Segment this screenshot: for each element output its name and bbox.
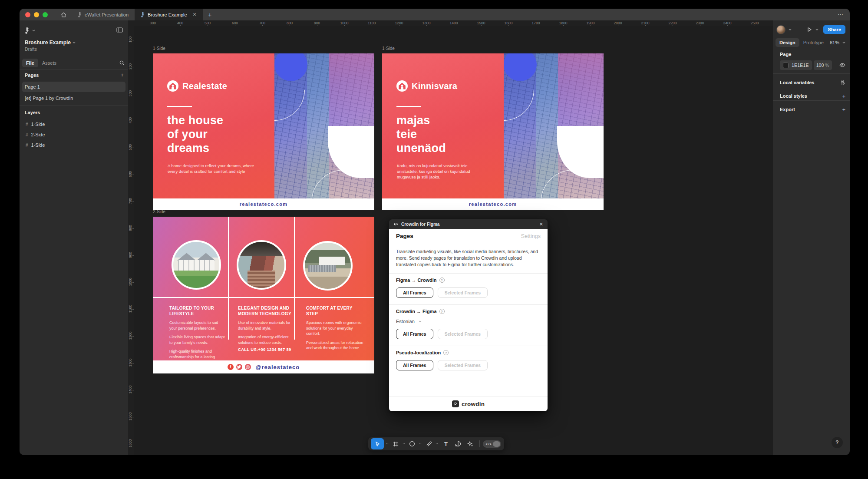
add-style-button[interactable]: + [842,93,845,99]
divider [20,69,128,69]
layer-item-1-side-b[interactable]: # 1-Side [20,140,128,150]
export-label: Export [780,107,795,112]
sidebar-tab-file[interactable]: File [22,59,38,67]
tab-ewallet-presentation[interactable]: eWallet Presentation [72,9,135,20]
text-tool-button[interactable]: T [440,437,452,450]
arc-outline-shape [541,170,574,198]
traffic-lights [20,9,56,20]
left-sidebar: Broshure Example Drafts File Assets Page… [20,20,128,455]
shape-tool-button[interactable] [407,437,417,450]
chevron-down-icon[interactable] [815,29,818,31]
feature-column-3: COMFORT AT EVERY STEP Spacious rooms wit… [306,305,363,351]
tab-design[interactable]: Design [776,38,799,47]
search-icon[interactable] [119,60,125,66]
more-options-button[interactable]: ⋯ [838,9,844,20]
add-page-button[interactable]: + [120,72,124,78]
frame-1-side-kinnisvara[interactable]: Kinnisvara majas teie unenäod Kodu, mis … [382,53,604,210]
section-label: Figma → Crowdin [396,277,437,283]
canvas[interactable]: 3004005006007008009001000110012001300140… [128,20,773,455]
selected-frames-button[interactable]: Selected Frames [438,329,488,339]
pen-tool-button[interactable] [423,437,434,450]
plugin-header[interactable]: Crowdin for Figma ✕ [389,219,548,229]
chevron-down-icon[interactable] [384,443,390,445]
variables-settings-icon[interactable] [840,80,845,85]
file-location[interactable]: Drafts [25,46,128,52]
headline: the house of your dreams [167,113,223,155]
help-icon[interactable]: ? [439,309,445,314]
close-plugin-icon[interactable]: ✕ [539,221,543,227]
chevron-down-icon[interactable] [789,29,792,31]
frame-2-side[interactable]: TAILORED TO YOUR LIFESTYLE Customizable … [153,217,374,373]
close-window-button[interactable] [25,12,30,17]
page-item-et-page-1[interactable]: [et] Page 1 by Crowdin [22,93,125,103]
help-button[interactable]: ? [832,437,843,448]
chevron-down-icon[interactable] [417,443,423,445]
tab-prototype[interactable]: Prototype [799,38,828,47]
frame-name-label[interactable]: 1-Side [153,46,165,51]
frame-name-label[interactable]: 1-Side [382,46,395,51]
sidebar-tab-assets[interactable]: Assets [38,59,60,67]
plugin-tab-settings[interactable]: Settings [521,233,541,239]
ruler-corner [128,20,134,26]
language-dropdown[interactable]: Estonian [396,319,541,324]
page-color-field[interactable]: 1E1E1E [780,60,812,70]
figma-file-icon [141,12,145,17]
visibility-eye-icon[interactable] [839,63,845,67]
main-menu-figma-logo-icon[interactable] [25,27,30,34]
comment-tool-button[interactable] [452,437,464,450]
section-crowdin-to-figma: Crowdin → Figma ? Estonian All Frames Se… [389,305,548,346]
chevron-down-icon [842,42,845,44]
move-tool-button[interactable] [371,438,384,449]
frame-tool-button[interactable] [390,437,401,450]
divider-line [228,217,229,340]
chevron-down-icon[interactable] [32,30,35,32]
brand-name: Realestate [182,81,227,91]
close-tab-icon[interactable]: ✕ [193,12,197,17]
column-title: COMFORT AT EVERY STEP [306,305,363,317]
frame-1-side-realestate[interactable]: Realestate the house of your dreams A ho… [153,53,374,210]
present-play-icon[interactable] [807,27,812,32]
right-panel: Share Design Prototype 81% Page 1E1E1E [773,20,850,455]
layer-label: 1-Side [31,142,45,148]
new-tab-button[interactable]: + [203,9,217,20]
file-name[interactable]: Broshure Example [25,40,71,46]
selected-frames-button[interactable]: Selected Frames [438,360,488,370]
page-item-page-1[interactable]: Page 1 [22,82,125,92]
facebook-icon: f [228,364,234,370]
section-figma-to-crowdin: Figma → Crowdin ? All Frames Selected Fr… [389,274,548,304]
avatar[interactable] [776,25,785,34]
actions-ai-button[interactable] [464,437,476,450]
all-frames-button[interactable]: All Frames [396,329,433,339]
frame-name-label[interactable]: 2-Side [153,209,165,214]
color-swatch[interactable] [783,63,789,68]
layer-label: 2-Side [31,132,45,137]
page-opacity-field[interactable]: 100 % [814,60,832,70]
divider [773,114,850,114]
selected-frames-button[interactable]: Selected Frames [438,287,488,298]
dev-mode-toggle[interactable]: </> [483,440,501,448]
minimize-window-button[interactable] [34,12,39,17]
crowdin-plugin-dialog: Crowdin for Figma ✕ Pages Settings Trans… [389,219,548,411]
coral-panel: Realestate the house of your dreams A ho… [153,53,274,198]
share-button[interactable]: Share [823,25,845,34]
tab-bar: eWallet Presentation Broshure Example ✕ … [72,9,217,20]
chevron-down-icon[interactable] [401,443,407,445]
tab-broshure-example[interactable]: Broshure Example ✕ [135,9,203,20]
plugin-tab-pages[interactable]: Pages [396,233,413,239]
zoom-level-dropdown[interactable]: 81% [830,40,845,45]
collapse-sidebar-icon[interactable] [116,27,123,33]
toggle-knob [493,441,500,447]
divider [773,100,850,101]
help-icon[interactable]: ? [443,350,449,355]
zoom-window-button[interactable] [43,12,48,17]
chevron-down-icon[interactable] [434,443,440,445]
ruler-vertical: 1002003004005006007008009001000110012001… [128,20,134,455]
all-frames-button[interactable]: All Frames [396,287,433,298]
home-button[interactable] [56,9,72,20]
layer-item-2-side[interactable]: # 2-Side [20,130,128,139]
chevron-down-icon[interactable] [73,42,76,44]
add-export-button[interactable]: + [842,106,845,113]
all-frames-button[interactable]: All Frames [396,360,433,370]
layer-item-1-side[interactable]: # 1-Side [20,119,128,129]
help-icon[interactable]: ? [439,277,445,283]
